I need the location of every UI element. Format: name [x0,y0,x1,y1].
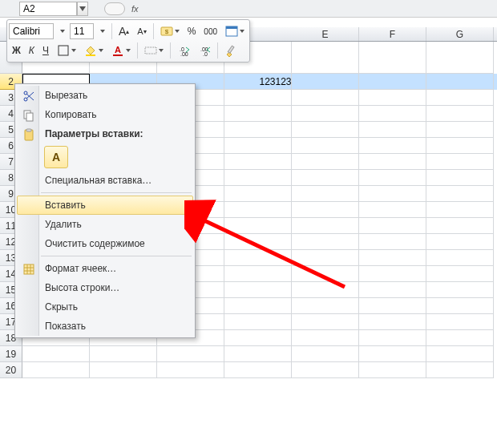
cell[interactable] [426,138,494,154]
paste-keep-source-button[interactable]: А [44,146,68,168]
name-box[interactable]: A2 [19,2,77,16]
cell[interactable] [426,186,494,202]
cell[interactable] [359,330,426,346]
cell[interactable] [292,330,359,346]
cell[interactable] [224,218,292,234]
cell[interactable] [426,170,494,186]
col-header-F[interactable]: F [359,27,426,41]
cell[interactable] [292,170,359,186]
decrease-font-button[interactable]: A▾ [134,22,149,40]
cell[interactable] [426,314,494,330]
cell[interactable] [224,106,292,122]
cell[interactable] [157,346,224,362]
menu-hide[interactable]: Скрыть [17,297,193,317]
menu-show[interactable]: Показать [17,317,193,336]
cell[interactable] [292,106,359,122]
cell[interactable] [292,362,359,378]
cell[interactable] [22,346,90,362]
bold-button[interactable]: Ж [9,42,24,59]
cell[interactable] [426,202,494,218]
cell[interactable] [292,42,359,74]
cell[interactable] [426,346,494,362]
cell[interactable] [359,42,426,74]
cell[interactable] [157,362,224,378]
col-header-E[interactable]: E [292,27,359,41]
cell[interactable] [426,74,494,90]
cell[interactable] [90,346,157,362]
cell[interactable] [359,298,426,314]
cell[interactable] [224,122,292,138]
cell[interactable] [359,234,426,250]
cell[interactable] [22,362,90,378]
insert-function-button[interactable] [104,2,125,15]
font-family-selector[interactable]: Calibri [9,23,54,39]
cell[interactable] [359,218,426,234]
cell[interactable] [292,186,359,202]
font-family-dropdown[interactable] [55,22,68,40]
cell[interactable] [292,122,359,138]
increase-decimal-button[interactable]: .0.00 [174,42,193,59]
cell[interactable] [359,74,426,90]
cell[interactable] [292,90,359,106]
font-color-button[interactable]: А [108,42,134,59]
cell[interactable] [359,362,426,378]
cell[interactable] [426,42,494,74]
cell[interactable] [359,202,426,218]
cell[interactable] [224,202,292,218]
cell[interactable] [90,362,157,378]
cell[interactable] [426,282,494,298]
menu-delete[interactable]: Удалить [17,215,193,234]
cell[interactable] [224,170,292,186]
cell[interactable] [292,298,359,314]
cell[interactable] [359,266,426,282]
cell[interactable] [224,90,292,106]
cell[interactable] [224,346,292,362]
cell[interactable] [359,90,426,106]
cell[interactable] [224,266,292,282]
font-size-dropdown[interactable] [95,22,108,40]
cell[interactable] [359,106,426,122]
conditional-format-button[interactable] [222,22,248,40]
cell[interactable] [292,314,359,330]
comma-format-button[interactable]: 000 [200,22,220,40]
decrease-decimal-button[interactable]: .00.0 [195,42,214,59]
cell[interactable] [224,186,292,202]
merge-button[interactable] [141,42,167,59]
cell[interactable] [426,298,494,314]
border-button[interactable] [54,42,79,59]
cell[interactable] [292,218,359,234]
percent-format-button[interactable]: % [184,22,200,40]
accounting-format-button[interactable]: $ [157,22,183,40]
cell[interactable] [224,362,292,378]
cell[interactable] [426,106,494,122]
cell[interactable] [426,362,494,378]
cell[interactable] [224,314,292,330]
menu-insert[interactable]: Вставить [17,196,193,215]
menu-cut[interactable]: Вырезать [17,86,193,105]
cell[interactable] [359,314,426,330]
cell[interactable] [224,154,292,170]
menu-copy[interactable]: Копировать [17,105,193,124]
cell[interactable] [292,74,359,90]
cell[interactable] [359,122,426,138]
cell[interactable] [292,282,359,298]
row-header[interactable]: 19 [0,346,22,362]
cell[interactable] [426,122,494,138]
cell[interactable] [224,282,292,298]
cell[interactable] [292,346,359,362]
cell[interactable] [292,154,359,170]
col-header-G[interactable]: G [426,27,494,41]
cell[interactable] [426,218,494,234]
cell[interactable] [359,138,426,154]
cell[interactable] [359,186,426,202]
cell[interactable] [224,298,292,314]
fill-color-button[interactable] [81,42,107,59]
cell[interactable] [224,234,292,250]
cell[interactable] [359,346,426,362]
cell[interactable] [224,138,292,154]
menu-paste-special[interactable]: Специальная вставка… [17,171,193,190]
cell[interactable] [426,234,494,250]
italic-button[interactable]: К [26,42,38,59]
row-header[interactable]: 20 [0,362,22,378]
cell[interactable] [224,250,292,266]
